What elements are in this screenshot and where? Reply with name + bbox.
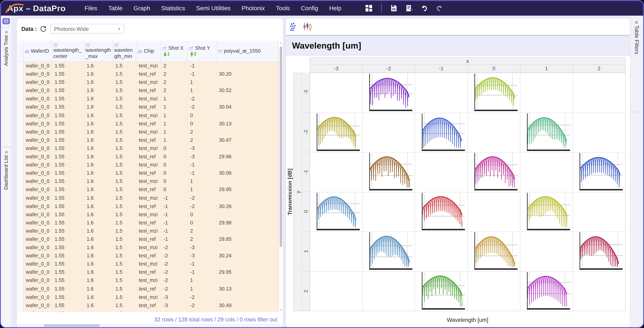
table-cell: wafer_0_0 — [24, 103, 52, 112]
table-row[interactable]: wafer_0_01.551.61.5test_ref-1029.98 — [17, 219, 279, 227]
table-cell: test_mzi — [136, 227, 161, 235]
table-row[interactable]: wafer_0_01.551.61.5test_mzi10 — [17, 112, 279, 120]
menu-item-config[interactable]: Config — [301, 5, 318, 12]
table-cell: test_mzi — [136, 128, 161, 136]
sort-descending-icon: 1 — [163, 51, 170, 57]
column-label: Shot X — [168, 45, 184, 51]
table-cell: 1.6 — [84, 120, 113, 128]
dataset-dropdown[interactable]: Photonix-Wide ▾ — [50, 24, 124, 34]
column-header-shot-x[interactable]: Shot X1 — [161, 41, 188, 62]
table-row[interactable]: wafer_0_01.551.61.5test_ref1230.47 — [17, 136, 279, 145]
table-row[interactable]: wafer_0_01.551.61.5test_mzi-12 — [17, 227, 279, 235]
spectrum-plot-x-1-y-2 — [415, 113, 468, 152]
scroll-up-icon[interactable]: ▲ — [279, 41, 282, 44]
redo-icon[interactable] — [436, 5, 443, 12]
table-cell: 1.55 — [52, 103, 84, 112]
undo-icon[interactable] — [421, 5, 428, 12]
facet-x-tick: -2 — [363, 65, 415, 73]
line-chart-icon — [189, 46, 194, 51]
table-row[interactable]: wafer_0_01.551.61.5test_mzi-21 — [17, 277, 279, 285]
table-row[interactable]: wafer_0_01.551.61.5test_mzi-3-2 — [17, 293, 279, 301]
table-row[interactable]: wafer_0_01.551.61.5test_ref-2130.13 — [17, 285, 279, 293]
table-row[interactable]: wafer_0_01.551.61.5test_mzi01 — [17, 178, 279, 186]
row-gutter-cell — [17, 211, 24, 219]
row-gutter-cell — [17, 202, 24, 211]
column-header-polyval-at-1550[interactable]: polyval_at_1550 — [216, 41, 278, 62]
save-icon[interactable] — [390, 5, 398, 12]
table-cell: 1.5 — [113, 310, 136, 312]
table-cell: 1.55 — [52, 136, 84, 145]
vertical-scroll-thumb[interactable] — [280, 46, 282, 247]
table-row[interactable]: wafer_0_01.551.61.5test_ref0-329.96 — [17, 153, 279, 161]
spectrum-plot-x-1-y0 — [415, 192, 468, 231]
table-row[interactable]: wafer_0_01.551.61.5test_ref0-130.06 — [17, 169, 279, 178]
table-cell: 1.6 — [84, 194, 113, 202]
table-cell — [216, 260, 278, 268]
table-row[interactable]: wafer_0_01.551.61.5test_ref1030.13 — [17, 120, 279, 128]
export-note-icon[interactable] — [406, 5, 413, 12]
table-row[interactable]: wafer_0_01.551.61.5test_mzi12 — [17, 128, 279, 136]
column-header-shot-y[interactable]: Shot Y2 — [188, 41, 216, 62]
menu-item-files[interactable]: Files — [84, 5, 97, 12]
table-filters-tab[interactable]: « Table Filters — [630, 16, 643, 112]
horizontal-scroll-thumb[interactable] — [44, 324, 100, 327]
scatter-plot-icon[interactable] — [290, 22, 298, 31]
table-cell: 1 — [161, 128, 188, 136]
menu-item-help[interactable]: Help — [329, 5, 342, 12]
table-row[interactable]: wafer_0_01.551.61.5test_ref-3-230.49 — [17, 301, 279, 310]
column-header-waferid[interactable]: WaferID — [24, 41, 52, 62]
table-row[interactable]: wafer_0_01.551.61.5test_mzi-2-3 — [17, 244, 279, 252]
spectrum-plot-x2-y-1 — [573, 152, 625, 192]
table-cell: 1.55 — [52, 145, 84, 153]
table-row[interactable]: wafer_0_01.551.61.5test_ref-1-230.26 — [17, 202, 279, 211]
sidebar-item-analysis-tree[interactable]: Analysis Tree » — [1, 27, 12, 147]
left-sidebar: Analysis Tree » Dashboard List » — [1, 16, 12, 327]
table-cell — [216, 310, 278, 312]
column-header-chip[interactable]: Chip — [136, 41, 161, 62]
box-plot-icon[interactable] — [303, 22, 312, 31]
facet-cell-x-3-y0 — [310, 192, 362, 231]
menu-item-tools[interactable]: Tools — [276, 5, 290, 12]
scroll-down-icon[interactable]: ▼ — [279, 309, 282, 312]
column-header-wavelength-center[interactable]: wavelength_center — [52, 41, 84, 62]
column-header-wavelength-max[interactable]: wavelength_max — [84, 41, 113, 62]
table-row[interactable]: wafer_0_01.551.61.5test_mzi0-1 — [17, 161, 279, 169]
facet-cell-x1-y-1 — [520, 152, 572, 192]
table-row[interactable]: wafer_0_01.551.61.5test_ref2130.52 — [17, 87, 279, 95]
header-gutter-cell — [17, 41, 24, 62]
table-vertical-scrollbar[interactable]: ▲ ▼ — [279, 41, 282, 312]
data-source-button[interactable] — [2, 18, 10, 24]
table-row[interactable]: wafer_0_01.551.61.5test_ref-1229.85 — [17, 235, 279, 244]
table-row[interactable]: wafer_0_01.551.61.5test_mzi2-1 — [17, 62, 279, 70]
menu-item-semi-utilities[interactable]: Semi Utilities — [196, 5, 230, 12]
table-row[interactable]: wafer_0_01.551.61.5test_mzi-2-1 — [17, 260, 279, 268]
layout-grid-icon[interactable] — [365, 5, 373, 12]
column-header-wavelength-min[interactable]: wavelength_min — [113, 41, 136, 62]
refresh-icon[interactable] — [40, 25, 46, 32]
table-row[interactable]: wafer_0_01.551.61.5test_mzi0-3 — [17, 145, 279, 153]
menu-item-statistics[interactable]: Statistics — [161, 5, 185, 12]
table-horizontal-scrollbar[interactable] — [18, 324, 282, 327]
table-cell: 1.6 — [84, 277, 113, 285]
table-row[interactable]: wafer_0_01.551.61.5test_mzi-30 — [17, 310, 279, 312]
table-row[interactable]: wafer_0_01.551.61.5test_ref1-230.04 — [17, 103, 279, 112]
table-row[interactable]: wafer_0_01.551.61.5test_mzi-10 — [17, 211, 279, 219]
row-filler-cell — [278, 277, 279, 285]
right-panel-strip: « Table Filters — [630, 16, 643, 327]
table-row[interactable]: wafer_0_01.551.61.5test_ref0129.95 — [17, 186, 279, 194]
table-row[interactable]: wafer_0_01.551.61.5test_ref2-130.20 — [17, 70, 279, 79]
menu-item-photonix[interactable]: Photonix — [242, 5, 265, 12]
table-row[interactable]: wafer_0_01.551.61.5test_mzi-1-2 — [17, 194, 279, 202]
table-cell: 1.55 — [52, 269, 84, 277]
table-row[interactable]: wafer_0_01.551.61.5test_ref-2-129.95 — [17, 269, 279, 277]
table-cell: 29.98 — [216, 219, 278, 227]
sidebar-item-dashboard-list[interactable]: Dashboard List » — [1, 148, 12, 271]
menu-item-graph[interactable]: Graph — [134, 5, 150, 12]
table-row[interactable]: wafer_0_01.551.61.5test_mzi21 — [17, 79, 279, 87]
table-cell: 1.55 — [52, 194, 84, 202]
table-row[interactable]: wafer_0_01.551.61.5test_ref-2-330.24 — [17, 252, 279, 260]
menu-item-table[interactable]: Table — [108, 5, 122, 12]
table-row[interactable]: wafer_0_01.551.61.5test_mzi1-2 — [17, 95, 279, 103]
table-cell: 2 — [188, 128, 216, 136]
menubar-right — [365, 4, 443, 13]
